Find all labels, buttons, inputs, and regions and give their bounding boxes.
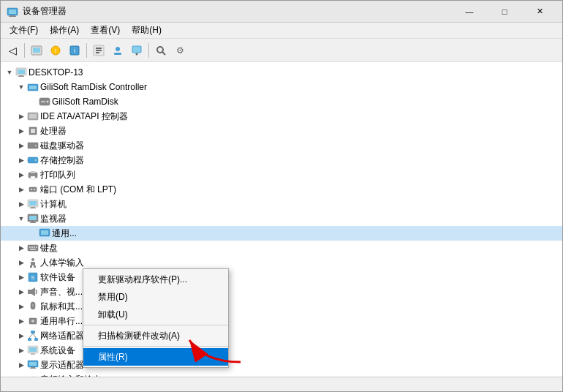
- software-icon: S: [27, 271, 39, 283]
- back-button[interactable]: ◁: [4, 42, 21, 59]
- expander-display[interactable]: ▶: [15, 359, 27, 371]
- svg-rect-24: [18, 76, 24, 77]
- svg-point-35: [35, 145, 37, 146]
- sound-icon: [27, 286, 39, 298]
- tree-item-keyboard[interactable]: ▶ 键盘: [1, 241, 562, 255]
- svg-rect-12: [96, 50, 102, 51]
- svg-point-71: [31, 320, 34, 323]
- tree-item-generic1[interactable]: ▶ 通用...: [1, 226, 562, 241]
- minimize-button[interactable]: —: [453, 1, 486, 23]
- svg-rect-23: [19, 75, 23, 76]
- svg-rect-73: [28, 338, 31, 341]
- expander-audio[interactable]: ▶: [15, 374, 27, 377]
- ctx-uninstall[interactable]: 卸载(U): [83, 306, 228, 323]
- expander-storage[interactable]: ▶: [15, 154, 27, 166]
- svg-rect-81: [29, 362, 37, 366]
- expander-diskdrive[interactable]: ▶: [15, 140, 27, 151]
- ctx-sep-2: [83, 346, 228, 347]
- audio-icon: [27, 374, 39, 377]
- ctx-properties[interactable]: 属性(R): [83, 348, 228, 366]
- expander-mouse[interactable]: ▶: [15, 301, 27, 312]
- svg-rect-41: [29, 187, 37, 192]
- svg-rect-58: [36, 246, 37, 248]
- toolbar: ◁ ! i ⚙: [1, 39, 562, 62]
- expander-human[interactable]: ▶: [15, 257, 27, 268]
- system-icon: [27, 344, 39, 356]
- toolbar-btn-6[interactable]: [128, 42, 146, 59]
- window-title: 设备管理器: [23, 5, 453, 18]
- svg-point-14: [116, 47, 120, 51]
- tree-item-storage[interactable]: ▶ 存储控制器: [1, 153, 562, 167]
- expander-print[interactable]: ▶: [15, 169, 27, 181]
- expander-computer[interactable]: ▶: [15, 198, 27, 210]
- expander-network[interactable]: ▶: [15, 330, 27, 342]
- toolbar-btn-2[interactable]: !: [47, 42, 64, 59]
- svg-rect-45: [29, 201, 37, 206]
- ctx-disable[interactable]: 禁用(D): [83, 288, 228, 306]
- expander-processor[interactable]: ▶: [15, 125, 27, 137]
- tree-label-generic1: 通用...: [52, 227, 77, 240]
- tree-label-mouse: 鼠标和其...: [40, 301, 83, 313]
- generic1-icon: [39, 227, 50, 239]
- maximize-button[interactable]: □: [488, 1, 521, 23]
- svg-rect-59: [30, 249, 36, 250]
- tree-item-diskdrive[interactable]: ▶ 磁盘驱动器: [1, 138, 562, 153]
- menu-action[interactable]: 操作(A): [44, 23, 85, 38]
- svg-rect-74: [34, 338, 38, 341]
- close-button[interactable]: ✕: [523, 1, 556, 23]
- tree-item-gilisoft-ctrl[interactable]: ▼ GiliSoft RamDisk Controller: [1, 80, 562, 94]
- svg-rect-16: [132, 46, 141, 53]
- svg-point-28: [47, 101, 49, 103]
- tree-item-ide[interactable]: ▶ IDE ATA/ATAPI 控制器: [1, 109, 562, 124]
- tree-item-print[interactable]: ▶ 打印队列: [1, 167, 562, 182]
- tree-item-monitor[interactable]: ▼ 监视器: [1, 211, 562, 226]
- expander-ide[interactable]: ▶: [15, 110, 27, 122]
- expander-root[interactable]: ▼: [4, 67, 15, 78]
- expander-generic2[interactable]: ▶: [15, 315, 27, 327]
- gilisoft-ctrl-icon: [27, 81, 39, 93]
- svg-text:i: i: [74, 47, 75, 54]
- tree-area[interactable]: ▼ DESKTOP-13 ▼ GiliSoft RamDisk Controll…: [1, 62, 562, 377]
- svg-marker-67: [31, 287, 35, 296]
- svg-rect-51: [30, 222, 36, 223]
- toolbar-btn-4[interactable]: [90, 42, 107, 59]
- tree-label-audio: 音频输入和输出: [40, 374, 102, 377]
- expander-keyboard[interactable]: ▶: [15, 242, 27, 254]
- expander-port[interactable]: ▶: [15, 184, 27, 195]
- toolbar-btn-1[interactable]: [28, 42, 45, 59]
- expander-system[interactable]: ▶: [15, 344, 27, 356]
- svg-point-37: [35, 159, 37, 162]
- tree-item-computer[interactable]: ▶ 计算机: [1, 197, 562, 211]
- svg-rect-63: [34, 265, 36, 268]
- expander-gilisoft-ctrl[interactable]: ▼: [15, 81, 27, 93]
- tree-label-port: 端口 (COM 和 LPT): [40, 184, 116, 196]
- menu-file[interactable]: 文件(F): [4, 23, 44, 38]
- tree-item-root[interactable]: ▼ DESKTOP-13: [1, 65, 562, 80]
- tree-label-computer: 计算机: [40, 198, 67, 211]
- tree-item-audio[interactable]: ▶ 音频输入和输出: [1, 372, 562, 377]
- tree-item-processor[interactable]: ▶ 处理器: [1, 124, 562, 138]
- device-manager-window: 设备管理器 — □ ✕ 文件(F) 操作(A) 查看(V) 帮助(H) ◁ ! …: [0, 0, 563, 392]
- expander-monitor[interactable]: ▼: [15, 213, 27, 225]
- tree-item-gilisoft-disk[interactable]: ▶ GiliSoft RamDisk: [1, 94, 562, 109]
- menu-view[interactable]: 查看(V): [85, 23, 126, 38]
- tree-item-human[interactable]: ▶ 人体学输入: [1, 255, 562, 270]
- computer2-icon: [27, 198, 39, 210]
- expander-software[interactable]: ▶: [15, 271, 27, 283]
- svg-rect-46: [31, 207, 35, 208]
- diskdrive-icon: [27, 140, 39, 151]
- toolbar-btn-7[interactable]: [152, 42, 170, 59]
- tree-item-port[interactable]: ▶ 端口 (COM 和 LPT): [1, 182, 562, 197]
- svg-rect-31: [29, 114, 37, 118]
- tree-label-diskdrive: 磁盘驱动器: [40, 140, 84, 152]
- toolbar-btn-8[interactable]: ⚙: [171, 42, 189, 59]
- menu-help[interactable]: 帮助(H): [126, 23, 167, 38]
- ctx-scan[interactable]: 扫描检测硬件改动(A): [83, 327, 228, 344]
- toolbar-btn-3[interactable]: i: [66, 42, 83, 59]
- print-icon: [27, 169, 39, 181]
- toolbar-btn-5[interactable]: [109, 42, 126, 59]
- ctx-update[interactable]: 更新驱动程序软件(P)...: [83, 271, 228, 288]
- generic2-icon: [27, 315, 39, 327]
- svg-rect-50: [31, 222, 34, 222]
- expander-sound[interactable]: ▶: [15, 286, 27, 298]
